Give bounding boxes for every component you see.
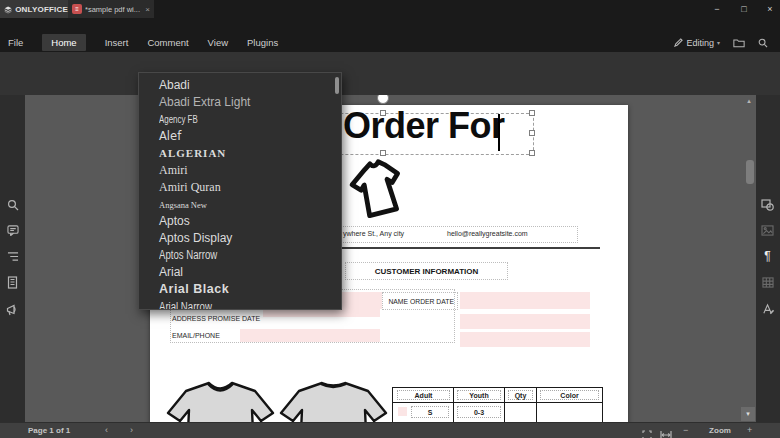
comment-icon — [7, 225, 19, 236]
shape-settings-icon — [761, 199, 774, 211]
fit-page-button[interactable] — [642, 426, 652, 438]
table-header-youth: Youth — [457, 390, 501, 400]
table-cell-youth-0-3[interactable]: 0-3 — [457, 406, 501, 418]
font-option[interactable]: Aptos Narrow — [159, 247, 217, 264]
form-field[interactable] — [460, 332, 590, 347]
table-cell-size-s[interactable]: S — [411, 406, 449, 418]
text-cursor — [498, 114, 500, 151]
table-header-qty: Qty — [508, 390, 533, 400]
rotate-handle[interactable] — [377, 95, 389, 104]
menu-view[interactable]: View — [208, 37, 228, 48]
email-phone-label: EMAIL/PHONE — [172, 332, 220, 339]
email-text: hello@reallygreatsite.com — [447, 230, 528, 237]
resize-handle[interactable] — [380, 110, 386, 116]
document-canvas[interactable]: Order For ywhere St., Any city hello@rea… — [25, 95, 756, 422]
zoom-out-button[interactable]: − — [683, 423, 688, 438]
menu-home[interactable]: Home — [42, 34, 85, 51]
form-field[interactable] — [460, 292, 590, 309]
search-icon — [7, 199, 19, 211]
table-grid-line — [536, 388, 537, 422]
scroll-up-icon[interactable]: ▴ — [743, 96, 755, 106]
document-tab[interactable]: ≡ *sample pdf wi... × — [68, 0, 154, 18]
customer-info-title[interactable]: CUSTOMER INFORMATION — [345, 262, 508, 280]
app-logo: ONLYOFFICE — [0, 0, 68, 18]
vertical-scrollbar[interactable] — [746, 160, 754, 184]
tshirt-logo[interactable] — [341, 151, 419, 231]
scroll-down-button[interactable]: ▾ — [741, 407, 755, 421]
table-header-color: Color — [540, 390, 599, 400]
dropdown-scrollbar[interactable] — [335, 77, 339, 94]
order-heading[interactable]: Order For — [343, 105, 505, 147]
pdf-file-icon: ≡ — [72, 4, 82, 14]
menu-insert[interactable]: Insert — [105, 37, 129, 48]
prev-page-button[interactable]: ‹ — [105, 423, 108, 438]
font-option[interactable]: Aptos — [159, 213, 190, 230]
chevron-down-icon: ▾ — [717, 39, 720, 46]
menu-file[interactable]: File — [8, 37, 23, 48]
headings-icon — [7, 251, 19, 262]
close-button[interactable]: × — [759, 0, 780, 18]
font-option[interactable]: Amiri Quran — [159, 179, 221, 196]
font-option[interactable]: Arial Narrow — [159, 299, 212, 310]
fit-width-button[interactable] — [660, 426, 672, 438]
font-option[interactable]: Aptos Display — [159, 230, 232, 247]
table-grid-line — [504, 388, 505, 422]
maximize-button[interactable]: □ — [733, 0, 755, 18]
next-page-button[interactable]: › — [130, 423, 133, 438]
font-option[interactable]: ALGERIAN — [159, 145, 226, 162]
pencil-icon — [674, 38, 683, 47]
minimize-button[interactable]: − — [706, 0, 728, 18]
address-text: ywhere St., Any city — [343, 230, 404, 237]
table-icon — [762, 277, 774, 288]
left-sidebar — [0, 95, 25, 422]
table-grid-line — [453, 388, 454, 422]
resize-handle[interactable] — [529, 110, 535, 116]
menu-comment[interactable]: Comment — [147, 37, 188, 48]
tab-close-icon[interactable]: × — [145, 5, 150, 14]
fit-width-icon — [660, 430, 672, 438]
shape-settings-button[interactable] — [761, 198, 774, 211]
font-option[interactable]: Alef — [159, 128, 181, 145]
statusbar: Page 1 of 1 ‹ › − Zoom 100% + — [0, 422, 780, 438]
panel-feedback-button[interactable] — [6, 303, 19, 316]
form-field[interactable] — [460, 314, 590, 329]
editing-mode-selector[interactable]: Editing ▾ — [674, 38, 720, 48]
feedback-megaphone-icon — [6, 304, 19, 316]
form-field[interactable] — [340, 292, 382, 309]
font-option[interactable]: Amiri — [159, 162, 188, 179]
app-window: ONLYOFFICE ≡ *sample pdf wi... × − □ × ·… — [0, 0, 780, 438]
image-settings-icon — [761, 225, 774, 236]
table-header-adult: Adult — [397, 390, 450, 400]
menu-plugins[interactable]: Plugins — [247, 37, 278, 48]
table-settings-button — [761, 276, 774, 289]
font-option[interactable]: Agency FB — [159, 111, 198, 128]
panel-search-button[interactable] — [6, 198, 19, 211]
font-option[interactable]: Arial — [159, 264, 183, 281]
open-file-location-icon[interactable] — [733, 38, 745, 48]
form-field[interactable] — [240, 329, 380, 342]
paragraph-settings-button[interactable]: ¶ — [761, 249, 774, 262]
image-settings-button — [761, 224, 774, 237]
font-option[interactable]: Abadi — [159, 77, 190, 94]
size-table[interactable]: Adult Youth Qty Color S 0-3 — [392, 387, 603, 422]
textart-settings-button[interactable] — [761, 302, 774, 315]
toolbar: Edit PDF Hand Select Open Sans ▴ 39 ▾ A▴… — [0, 52, 780, 96]
panel-thumbnails-button[interactable] — [6, 276, 19, 289]
size-color-swatch[interactable] — [398, 407, 407, 416]
name-orderdate-label[interactable]: NAME ORDER DATE — [382, 292, 458, 310]
search-icon[interactable] — [758, 38, 768, 48]
font-dropdown[interactable]: Abadi Abadi Extra Light Agency FB Alef A… — [138, 72, 342, 310]
right-sidebar: ¶ — [756, 95, 780, 422]
font-option[interactable]: Angsana New — [159, 197, 207, 214]
zoom-in-button[interactable]: + — [747, 423, 752, 438]
menubar: File Home Insert Comment View Plugins Ed… — [0, 33, 780, 52]
onlyoffice-logo-icon — [4, 4, 12, 15]
resize-handle[interactable] — [529, 130, 535, 136]
zoom-level: Zoom 100% — [698, 423, 742, 438]
font-option[interactable]: Arial Black — [159, 281, 229, 298]
resize-handle[interactable] — [529, 150, 535, 156]
tab-label: *sample pdf wi... — [85, 5, 142, 14]
panel-headings-button[interactable] — [6, 250, 19, 263]
panel-comments-button[interactable] — [6, 224, 19, 237]
font-option[interactable]: Abadi Extra Light — [159, 94, 250, 111]
